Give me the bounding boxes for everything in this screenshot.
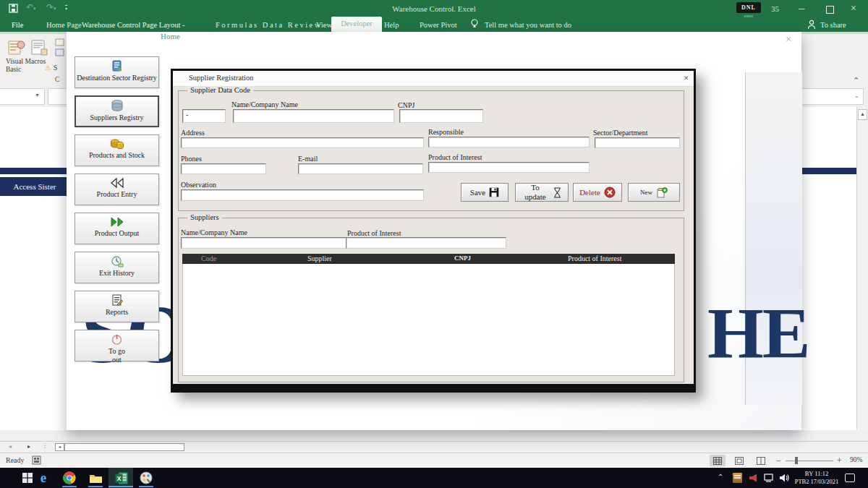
minimize-button[interactable]: ─	[799, 4, 805, 14]
explorer-active-indicator	[88, 486, 103, 487]
security-label-partial: S	[54, 64, 57, 72]
zoom-slider-handle[interactable]	[795, 457, 798, 464]
history-icon	[110, 255, 124, 267]
save-button-label: Save	[470, 188, 485, 197]
tab-file[interactable]: File	[12, 20, 23, 32]
excel-active-tile[interactable]: X	[109, 468, 133, 488]
email-label: E-mail	[298, 155, 318, 163]
title-count: 35	[771, 4, 779, 13]
design-mode-icon[interactable]	[55, 48, 65, 57]
edge-icon[interactable]: e	[36, 471, 51, 485]
email-field[interactable]	[298, 163, 423, 174]
address-field[interactable]	[181, 137, 424, 148]
dialog-title: Supplier Registration	[189, 74, 254, 82]
tellme-search[interactable]: Tell me what you want to do	[485, 20, 571, 32]
tab-view[interactable]: View	[316, 20, 332, 32]
access-sister-button[interactable]: Access Sister	[0, 177, 69, 196]
product-interest-field[interactable]	[428, 162, 590, 173]
tray-expand-icon[interactable]: ⌃	[718, 473, 723, 481]
view-page-layout-icon[interactable]	[731, 455, 747, 466]
address-label: Address	[181, 129, 205, 137]
restore-button[interactable]	[826, 6, 834, 14]
view-page-break-icon[interactable]	[753, 455, 769, 466]
sidebar-label: Product Entry	[97, 190, 137, 199]
tab-splitter-icon[interactable]: ⋮	[42, 442, 48, 449]
product-interest-label: Product of Interest	[428, 153, 482, 161]
notification-center-icon[interactable]	[845, 474, 855, 482]
save-button[interactable]: Save	[461, 183, 509, 202]
code-field[interactable]: -	[182, 109, 226, 123]
tray-clock[interactable]: BY 11:12 PTB2 17/03/2021	[793, 470, 841, 486]
name-box[interactable]: ▼	[0, 88, 45, 105]
sidebar-products-and-stock[interactable]: Products and Stock	[75, 134, 159, 166]
responsible-field[interactable]	[428, 137, 590, 147]
tab-warehouse-control[interactable]: Warehouse Control Page Layout -	[82, 20, 185, 32]
paint-icon[interactable]	[139, 471, 153, 485]
view-normal-icon[interactable]	[710, 455, 726, 466]
excel-active-indicator	[109, 486, 133, 487]
search-name-field[interactable]	[181, 237, 350, 249]
sidebar-destination-sector-registry[interactable]: Destination Sector Registry	[75, 56, 159, 88]
close-button[interactable]: ×	[851, 3, 856, 14]
tab-formulas-data-review[interactable]: Formulas Data Review	[216, 20, 322, 32]
sector-department-field[interactable]	[595, 137, 680, 148]
status-ready: Ready	[6, 456, 25, 464]
scroll-up-icon[interactable]: ▲	[858, 109, 867, 120]
zoom-in-icon[interactable]: +	[837, 455, 842, 466]
sidebar-product-output[interactable]: Product Output	[75, 213, 159, 244]
ribbon-tab-row: File Home Page Warehouse Control Page La…	[0, 20, 868, 32]
horizontal-scrollbar[interactable]	[64, 443, 184, 451]
sidebar-to-go-out[interactable]: To go out	[75, 330, 159, 361]
vertical-scrollbar[interactable]: ▲	[856, 107, 868, 430]
chrome-active-indicator	[62, 486, 77, 487]
zoom-level[interactable]: 90%	[850, 456, 862, 463]
new-button[interactable]: New	[628, 183, 680, 202]
macros-icon[interactable]	[30, 39, 50, 58]
start-button-icon[interactable]	[20, 471, 35, 485]
tray-alert-icon[interactable]	[749, 474, 758, 482]
sidebar-exit-history[interactable]: Exit History	[75, 252, 159, 283]
observation-field[interactable]	[181, 189, 424, 201]
col-cnpj: CNPJ	[454, 254, 471, 262]
tray-volume-icon[interactable]	[779, 473, 790, 483]
col-supplier: Supplier	[307, 254, 332, 262]
update-button[interactable]: To update	[515, 183, 569, 202]
visual-basic-icon[interactable]	[7, 39, 27, 58]
chrome-icon[interactable]	[62, 471, 77, 485]
tab-power-pivot[interactable]: Power Pivot	[420, 20, 457, 32]
formula-expand-icon[interactable]: ⌄	[854, 92, 859, 99]
namebox-dropdown-icon[interactable]: ▼	[35, 93, 40, 98]
form-home-tab[interactable]: Home	[161, 32, 180, 40]
sidebar-reports[interactable]: Reports	[75, 291, 159, 322]
group-suppliers-label: Suppliers	[187, 213, 222, 221]
tab-home-page[interactable]: Home Page	[46, 20, 82, 32]
status-bar: Ready − + 90%	[0, 453, 868, 468]
suppliers-table-body[interactable]	[182, 264, 675, 376]
insert-control-icon[interactable]	[55, 38, 65, 47]
delete-button[interactable]: Delete	[573, 183, 622, 202]
zoom-slider-track[interactable]	[786, 461, 833, 461]
phones-field[interactable]	[181, 163, 266, 174]
search-product-label: Product of Interest	[347, 229, 401, 237]
next-sheet-icon[interactable]: ▸	[27, 443, 30, 450]
tab-developer[interactable]: Developer	[331, 17, 382, 33]
search-product-field[interactable]	[346, 237, 506, 249]
sidebar-suppliers-registry[interactable]: Suppliers Registry	[75, 95, 159, 127]
tray-book-icon[interactable]	[733, 473, 742, 483]
hscroll-left-icon[interactable]: ◂	[55, 443, 64, 451]
cnpj-field[interactable]	[399, 109, 483, 123]
paint-active-indicator	[139, 486, 153, 487]
dialog-titlebar[interactable]: Supplier Registration ×	[173, 71, 694, 87]
sidebar-product-entry[interactable]: Product Entry	[75, 174, 159, 205]
prev-sheet-icon[interactable]: ◂	[9, 443, 12, 450]
name-company-field[interactable]	[233, 109, 394, 123]
tray-network-icon[interactable]	[764, 474, 775, 482]
zoom-out-icon[interactable]: −	[776, 455, 781, 466]
dialog-close-icon[interactable]: ×	[684, 72, 689, 84]
responsible-label: Responsible	[428, 128, 464, 136]
file-explorer-icon[interactable]	[88, 471, 103, 485]
share-button[interactable]: To share	[820, 20, 846, 32]
macro-record-icon[interactable]	[32, 455, 41, 465]
form-close-icon[interactable]: ×	[786, 33, 791, 46]
tab-help[interactable]: Help	[384, 20, 399, 32]
